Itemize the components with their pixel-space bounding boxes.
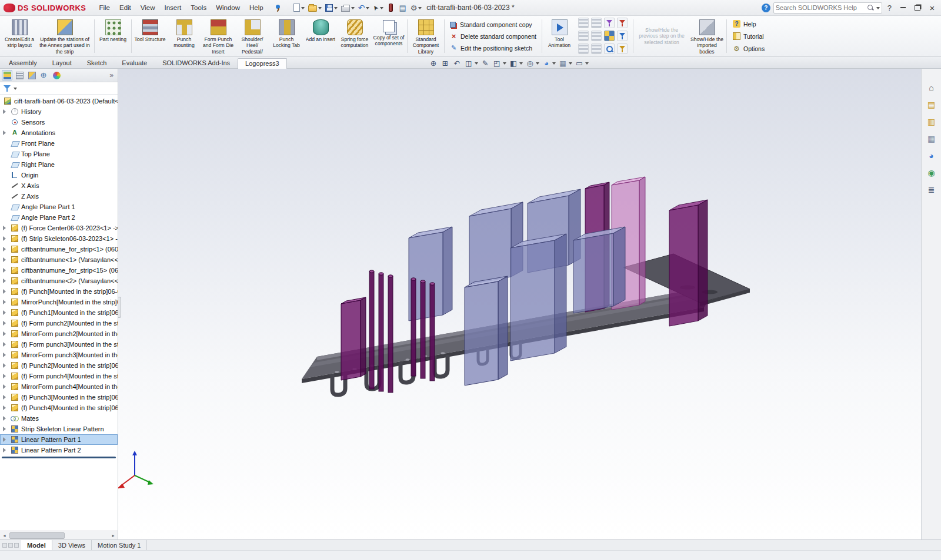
statusbar-tab-3d-views[interactable]: 3D Views [52,540,92,550]
expand-arrow-icon[interactable] [3,363,6,368]
filter-dies-icon[interactable] [617,31,628,41]
task-scene-icon[interactable] [925,167,938,179]
tree-item-ciftbantnumune-for-strip-1-060-st[interactable]: ciftbantnumune_for_strip<1> (060 ST [0,244,118,254]
filter-strip-icon[interactable] [617,43,628,54]
expand-arrow-icon[interactable] [3,236,6,241]
tree-item-cift-tarafli-bant-06-03-2023-default-disp[interactable]: cift-tarafli-bant-06-03-2023 (Default<Di… [0,96,118,106]
minimize-button[interactable] [897,2,909,13]
expand-arrow-icon[interactable] [3,226,6,230]
task-home-icon[interactable] [925,82,938,93]
die-visibility-icon[interactable] [591,43,602,54]
close-button[interactable] [926,2,938,13]
expand-arrow-icon[interactable] [3,427,6,431]
menu-help[interactable]: Help [245,2,268,13]
tree-item-f-punch2-mounted-in-the-strip-06-0[interactable]: (f) Punch2[Mounted in the strip]06-0 [0,360,118,371]
expand-arrow-icon[interactable] [3,300,6,304]
tool-animation-button[interactable]: Tool Animation [543,17,575,55]
tree-item-linear-pattern-part-2[interactable]: Linear Pattern Part 2 [0,445,118,455]
dimxpertmanager-tab-icon[interactable] [39,70,49,81]
help-icon[interactable] [885,4,894,12]
expand-arrow-icon[interactable] [3,321,6,326]
ribbon-spring-force-computation-button[interactable]: Spring force computation [338,17,372,55]
rebuild-button[interactable] [385,1,397,14]
menu-view[interactable]: View [136,2,160,13]
apply-scene-button[interactable] [558,59,573,68]
zoom-area-button[interactable] [440,59,451,68]
tree-item-f-strip-skeleton06-03-2023-1-s[interactable]: (f) Strip Skeleton06-03-2023<1> -> (S [0,233,118,244]
ribbon-options-item[interactable]: Options [730,43,768,54]
expand-arrow-icon[interactable] [3,279,6,283]
tree-item-mirrorform-punch3-mounted-in-the-s[interactable]: MirrorForm punch3[Mounted in the s [0,350,118,360]
expand-arrow-icon[interactable] [3,247,6,252]
tab-logopress3[interactable]: Logopress3 [238,58,287,69]
expand-arrow-icon[interactable] [3,437,6,442]
tab-evaluate[interactable]: Evaluate [114,58,155,68]
new-document-button[interactable] [292,1,306,14]
tree-item-origin[interactable]: Origin [0,170,118,180]
help-badge-icon[interactable] [762,4,770,12]
panel-collapse-handle[interactable] [118,297,121,318]
scroll-left-button[interactable] [0,531,9,539]
show-hide-imported-bodies-button[interactable]: Show/Hide the imported bodies [689,17,725,55]
expand-arrow-icon[interactable] [3,109,6,114]
tab-solidworks-add-ins[interactable]: SOLIDWORKS Add-Ins [155,58,238,68]
tree-item-mirrorform-punch2-mounted-in-the-s[interactable]: MirrorForm punch2[Mounted in the s [0,328,118,339]
dynamic-annotation-button[interactable] [480,59,490,68]
tree-item-f-form-punch3-mounted-in-the-strip[interactable]: (f) Form punch3[Mounted in the strip [0,339,118,350]
expand-arrow-icon[interactable] [3,395,6,400]
panel-flyout-arrow[interactable] [107,71,116,79]
dropdown-caret-icon[interactable] [14,88,17,92]
ribbon-copy-of-set-of-components-button[interactable]: Copy of set of components [372,17,406,55]
menu-tools[interactable]: Tools [186,2,211,13]
propertymanager-tab-icon[interactable] [14,70,25,81]
zoom-fit-button[interactable] [428,59,439,68]
expand-arrow-icon[interactable] [3,416,6,421]
punch-visibility-icon[interactable] [591,31,602,41]
save-button[interactable] [323,1,339,14]
tree-item-ciftbantnumune-1-varsay-lan-va[interactable]: ciftbantnumune<1> (Varsayılan<<Va [0,254,118,265]
tree-item-mates[interactable]: Mates [0,413,118,424]
tree-item-annotations[interactable]: Annotations [0,128,118,138]
ribbon-create-edit-a-strip-layout-button[interactable]: Create/Edit a strip layout [2,17,36,55]
display-style-button[interactable] [508,59,523,68]
tree-item-strip-skeleton-linear-pattern[interactable]: Strip Skeleton Linear Pattern [0,424,118,434]
ribbon-standard-component-library-button[interactable]: Standard Component Library [409,17,443,55]
rollback-bar[interactable] [2,457,116,458]
tree-item-mirrorpunch-mounted-in-the-strip-06[interactable]: MirrorPunch[Mounted in the strip]06 [0,297,118,307]
tree-item-f-form-punch2-mounted-in-the-strip[interactable]: (f) Form punch2[Mounted in the strip [0,318,118,328]
tree-item-f-form-punch4-mounted-in-the-strip[interactable]: (f) Form punch4[Mounted in the strip [0,371,118,381]
print-button[interactable] [339,1,356,14]
dropdown-caret-icon[interactable] [876,7,880,11]
task-properties-icon[interactable] [925,184,938,196]
middle-die-visibility-icon[interactable] [578,31,589,41]
expand-arrow-icon[interactable] [3,289,6,294]
tree-item-top-plane[interactable]: Top Plane [0,149,118,159]
tab-sketch[interactable]: Sketch [79,58,115,68]
tree-item-f-force-center06-03-2023-1-de[interactable]: (f) Force Center06-03-2023<1> -> (De [0,223,118,233]
statusbar-tab-motion-study-1[interactable]: Motion Study 1 [92,540,147,550]
menu-file[interactable]: File [94,2,115,13]
ribbon-delete-standard-component-item[interactable]: Delete standard component [448,31,539,42]
tree-item-angle-plane-part-1[interactable]: Angle Plane Part 1 [0,202,118,212]
tree-item-f-punch-mounted-in-the-strip-06-03[interactable]: (f) Punch[Mounted in the strip]06-03- [0,286,118,297]
task-design-library-icon[interactable] [925,99,938,110]
ribbon-add-an-insert-button[interactable]: Add an insert [303,17,338,55]
tree-item-ciftbantnumune-2-varsay-lan-va[interactable]: ciftbantnumune<2> (Varsayılan<<Va [0,276,118,286]
expand-arrow-icon[interactable] [3,268,6,273]
expand-arrow-icon[interactable] [3,448,6,452]
ribbon-form-punch-and-form-die-insert-button[interactable]: Form Punch and Form Die Insert [201,17,235,55]
ribbon-tool-structure-button[interactable]: Tool Structure [133,17,167,55]
component-grid-icon[interactable] [604,31,615,41]
file-properties-button[interactable] [397,1,409,14]
scrollbar-track[interactable] [9,532,109,539]
expand-arrow-icon[interactable] [3,310,6,315]
ribbon-update-the-stations-of-the-annex-part-used-button[interactable]: Update the stations of the Annex part us… [36,17,93,55]
statusbar-tab-model[interactable]: Model [21,540,52,550]
tree-item-sensors[interactable]: Sensors [0,117,118,128]
station-filter-icon[interactable] [604,18,615,28]
station-zoom-icon[interactable] [604,43,615,54]
tree-item-z-axis[interactable]: Z Axis [0,191,118,202]
menu-window[interactable]: Window [211,2,245,13]
tree-item-mirrorform-punch4-mounted-in-the-s[interactable]: MirrorForm punch4[Mounted in the s [0,381,118,392]
tree-item-angle-plane-part-2[interactable]: Angle Plane Part 2 [0,212,118,223]
